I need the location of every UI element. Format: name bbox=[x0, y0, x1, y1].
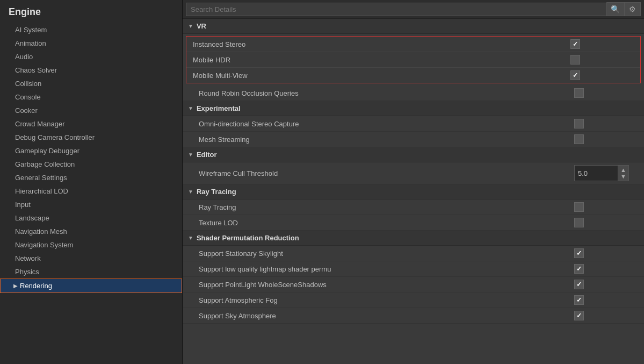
setting-row-omni-stereo: Omni-directional Stereo Capture bbox=[183, 116, 644, 132]
sidebar-item-cooker[interactable]: Cooker bbox=[0, 104, 182, 117]
mesh-streaming-control bbox=[574, 134, 639, 144]
sidebar-item-landscape[interactable]: Landscape bbox=[0, 211, 182, 225]
instanced-stereo-control bbox=[570, 39, 635, 49]
pointlight-shadows-label: Support PointLight WholeSceneShadows bbox=[199, 281, 574, 289]
sidebar-item-general-settings[interactable]: General Settings bbox=[0, 171, 182, 184]
mobile-hdr-control bbox=[570, 55, 635, 65]
sidebar-item-hierarchical-lod[interactable]: Hierarchical LOD bbox=[0, 184, 182, 198]
omni-stereo-control bbox=[574, 119, 639, 129]
mesh-streaming-checkbox[interactable] bbox=[574, 134, 584, 144]
texture-lod-checkbox[interactable] bbox=[574, 218, 584, 227]
setting-row-pointlight-shadows: Support PointLight WholeSceneShadows bbox=[183, 277, 644, 292]
sidebar-title: Engine bbox=[0, 2, 182, 23]
atmospheric-fog-control bbox=[574, 295, 639, 305]
experimental-section-header[interactable]: ▼ Experimental bbox=[183, 101, 644, 116]
instanced-stereo-checkbox[interactable] bbox=[570, 39, 580, 49]
sidebar-item-crowd-manager[interactable]: Crowd Manager bbox=[0, 117, 182, 131]
setting-row-ray-tracing: Ray Tracing bbox=[183, 199, 644, 215]
low-quality-lightmap-label: Support low quality lightmap shader perm… bbox=[199, 265, 574, 273]
sidebar: Engine AI System Animation Audio Chaos S… bbox=[0, 0, 183, 364]
setting-row-mobile-multi-view: Mobile Multi-View bbox=[186, 68, 640, 83]
low-quality-lightmap-checkbox[interactable] bbox=[574, 264, 584, 274]
sidebar-item-gameplay-debugger[interactable]: Gameplay Debugger bbox=[0, 144, 182, 158]
rendering-arrow-icon: ▶ bbox=[13, 283, 18, 289]
mobile-multi-view-control bbox=[570, 70, 635, 80]
editor-section-header[interactable]: ▼ Editor bbox=[183, 147, 644, 162]
sidebar-item-network[interactable]: Network bbox=[0, 252, 182, 265]
main-panel: 🔍 ⚙ ▼ VR Instanced Stereo Mobile HDR bbox=[183, 0, 644, 364]
shader-section-header[interactable]: ▼ Shader Permutation Reduction bbox=[183, 231, 644, 246]
experimental-section-title: Experimental bbox=[197, 104, 241, 112]
wireframe-control: ▲▼ bbox=[574, 165, 639, 181]
search-bar: 🔍 ⚙ bbox=[183, 0, 644, 19]
mesh-streaming-label: Mesh Streaming bbox=[199, 135, 574, 144]
texture-lod-control bbox=[574, 218, 639, 227]
setting-row-atmospheric-fog: Support Atmospheric Fog bbox=[183, 292, 644, 308]
editor-section-title: Editor bbox=[197, 151, 217, 159]
stationary-skylight-checkbox[interactable] bbox=[574, 248, 584, 258]
stationary-skylight-control bbox=[574, 248, 639, 258]
round-robin-label: Round Robin Occlusion Queries bbox=[199, 89, 574, 97]
sidebar-item-console[interactable]: Console bbox=[0, 90, 182, 104]
setting-row-stationary-skylight: Support Stationary Skylight bbox=[183, 246, 644, 261]
mobile-multi-view-label: Mobile Multi-View bbox=[193, 72, 570, 80]
ray-tracing-label: Ray Tracing bbox=[199, 203, 574, 211]
shader-section-title: Shader Permutation Reduction bbox=[197, 234, 299, 242]
ray-tracing-checkbox[interactable] bbox=[574, 202, 584, 212]
wireframe-spin-button[interactable]: ▲▼ bbox=[618, 166, 628, 181]
setting-row-sky-atmosphere: Support Sky Atmosphere bbox=[183, 308, 644, 324]
mobile-hdr-label: Mobile HDR bbox=[193, 56, 570, 64]
content-area: ▼ VR Instanced Stereo Mobile HDR Mobile … bbox=[183, 19, 644, 364]
sidebar-item-navigation-system[interactable]: Navigation System bbox=[0, 238, 182, 252]
vr-collapse-icon: ▼ bbox=[188, 23, 193, 29]
vr-section-header[interactable]: ▼ VR bbox=[183, 19, 644, 34]
sidebar-item-ai-system[interactable]: AI System bbox=[0, 23, 182, 37]
settings-button[interactable]: ⚙ bbox=[625, 2, 641, 16]
round-robin-checkbox[interactable] bbox=[574, 88, 584, 98]
atmospheric-fog-checkbox[interactable] bbox=[574, 295, 584, 305]
ray-tracing-section-header[interactable]: ▼ Ray Tracing bbox=[183, 184, 644, 199]
setting-row-round-robin: Round Robin Occlusion Queries bbox=[183, 85, 644, 101]
wireframe-number-input[interactable] bbox=[575, 168, 618, 179]
sidebar-item-chaos-solver[interactable]: Chaos Solver bbox=[0, 63, 182, 77]
wireframe-input-container: ▲▼ bbox=[574, 165, 629, 181]
instanced-stereo-label: Instanced Stereo bbox=[193, 40, 570, 48]
search-input[interactable] bbox=[186, 3, 606, 16]
sky-atmosphere-checkbox[interactable] bbox=[574, 311, 584, 320]
ray-tracing-section-title: Ray Tracing bbox=[197, 188, 236, 196]
setting-row-mobile-hdr: Mobile HDR bbox=[186, 52, 640, 68]
atmospheric-fog-label: Support Atmospheric Fog bbox=[199, 296, 574, 304]
low-quality-lightmap-control bbox=[574, 264, 639, 274]
sidebar-item-input[interactable]: Input bbox=[0, 198, 182, 211]
sidebar-item-debug-camera[interactable]: Debug Camera Controller bbox=[0, 131, 182, 144]
sidebar-item-collision[interactable]: Collision bbox=[0, 77, 182, 90]
setting-row-instanced-stereo: Instanced Stereo bbox=[186, 37, 640, 52]
sky-atmosphere-control bbox=[574, 311, 639, 320]
texture-lod-label: Texture LOD bbox=[199, 219, 574, 227]
sidebar-item-rendering[interactable]: ▶ Rendering bbox=[0, 279, 182, 293]
sidebar-item-animation[interactable]: Animation bbox=[0, 37, 182, 50]
vr-section-title: VR bbox=[197, 22, 206, 30]
setting-row-wireframe: Wireframe Cull Threshold ▲▼ bbox=[183, 162, 644, 184]
pointlight-shadows-checkbox[interactable] bbox=[574, 280, 584, 289]
stationary-skylight-label: Support Stationary Skylight bbox=[199, 249, 574, 258]
sidebar-item-navigation-mesh[interactable]: Navigation Mesh bbox=[0, 225, 182, 238]
round-robin-control bbox=[574, 88, 639, 98]
setting-row-low-quality-lightmap: Support low quality lightmap shader perm… bbox=[183, 261, 644, 277]
sidebar-item-audio[interactable]: Audio bbox=[0, 50, 182, 63]
shader-collapse-icon: ▼ bbox=[188, 235, 193, 241]
sidebar-item-physics[interactable]: Physics bbox=[0, 265, 182, 279]
omni-stereo-checkbox[interactable] bbox=[574, 119, 584, 129]
ray-tracing-control bbox=[574, 202, 639, 212]
editor-collapse-icon: ▼ bbox=[188, 152, 193, 158]
ray-tracing-collapse-icon: ▼ bbox=[188, 189, 193, 195]
mobile-multi-view-checkbox[interactable] bbox=[570, 70, 580, 80]
wireframe-label: Wireframe Cull Threshold bbox=[199, 169, 574, 177]
search-button[interactable]: 🔍 bbox=[606, 2, 625, 16]
sidebar-item-garbage-collection[interactable]: Garbage Collection bbox=[0, 158, 182, 171]
vr-highlighted-group: Instanced Stereo Mobile HDR Mobile Multi… bbox=[186, 36, 641, 83]
pointlight-shadows-control bbox=[574, 280, 639, 289]
mobile-hdr-checkbox[interactable] bbox=[570, 55, 580, 65]
sky-atmosphere-label: Support Sky Atmosphere bbox=[199, 312, 574, 320]
setting-row-mesh-streaming: Mesh Streaming bbox=[183, 132, 644, 147]
